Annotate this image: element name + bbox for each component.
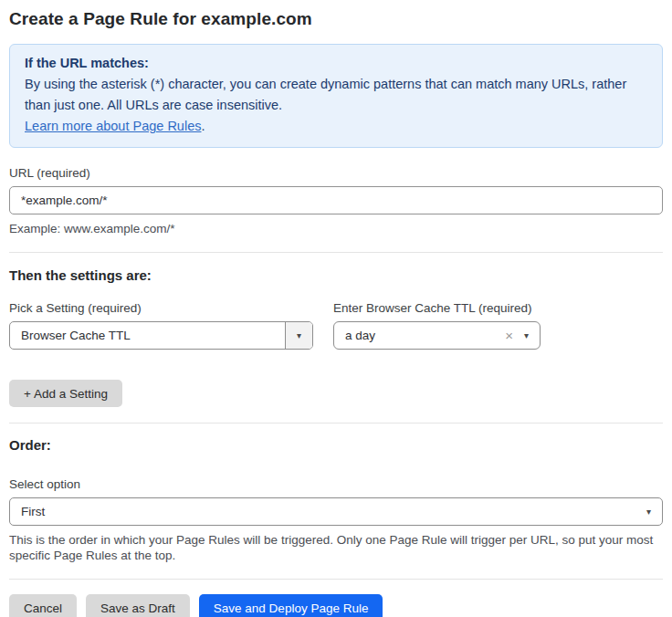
ttl-caret-wrap: ▾ <box>522 331 540 340</box>
settings-section-heading: Then the settings are: <box>9 267 663 283</box>
order-select-value: First <box>10 505 645 518</box>
caret-down-icon: ▾ <box>297 331 301 340</box>
url-match-info-box: If the URL matches: By using the asteris… <box>9 44 663 148</box>
setting-picker-arrow-segment[interactable]: ▾ <box>285 322 312 349</box>
divider <box>9 423 663 424</box>
order-caret-wrap: ▾ <box>645 507 662 517</box>
info-box-body: By using the asterisk (*) character, you… <box>25 74 647 116</box>
setting-picker-value: Browser Cache TTL <box>10 329 285 342</box>
divider <box>9 579 663 580</box>
page-title: Create a Page Rule for example.com <box>9 9 663 29</box>
ttl-picker-label: Enter Browser Cache TTL (required) <box>333 301 541 315</box>
url-helper-text: Example: www.example.com/* <box>9 221 663 236</box>
learn-more-link[interactable]: Learn more about Page Rules <box>25 119 201 133</box>
info-box-link-line: Learn more about Page Rules. <box>25 116 647 137</box>
order-helper-text: This is the order in which your Page Rul… <box>9 532 663 563</box>
caret-down-icon: ▾ <box>646 507 651 517</box>
clear-icon[interactable]: × <box>501 329 522 342</box>
page-rule-form: Create a Page Rule for example.com If th… <box>0 0 672 617</box>
ttl-picker-value: a day <box>334 329 501 342</box>
cancel-button[interactable]: Cancel <box>9 594 77 617</box>
ttl-picker-column: Enter Browser Cache TTL (required) a day… <box>333 301 541 350</box>
url-input[interactable] <box>9 186 663 214</box>
settings-row: Pick a Setting (required) Browser Cache … <box>9 301 663 350</box>
order-section-heading: Order: <box>9 437 663 453</box>
caret-down-icon: ▾ <box>524 331 529 340</box>
info-box-heading: If the URL matches: <box>25 53 647 74</box>
url-field-label: URL (required) <box>9 166 663 180</box>
ttl-picker-dropdown[interactable]: a day × ▾ <box>333 321 541 350</box>
divider <box>9 252 663 253</box>
setting-picker-column: Pick a Setting (required) Browser Cache … <box>9 301 313 350</box>
add-setting-button[interactable]: + Add a Setting <box>9 380 122 407</box>
setting-picker-label: Pick a Setting (required) <box>9 301 313 315</box>
order-select-label: Select option <box>9 477 663 491</box>
setting-picker-dropdown[interactable]: Browser Cache TTL ▾ <box>9 321 313 350</box>
link-suffix: . <box>201 119 205 133</box>
save-draft-button[interactable]: Save as Draft <box>86 594 190 617</box>
save-deploy-button[interactable]: Save and Deploy Page Rule <box>199 594 383 617</box>
footer-actions: Cancel Save as Draft Save and Deploy Pag… <box>9 594 663 617</box>
order-select[interactable]: First ▾ <box>9 497 663 526</box>
